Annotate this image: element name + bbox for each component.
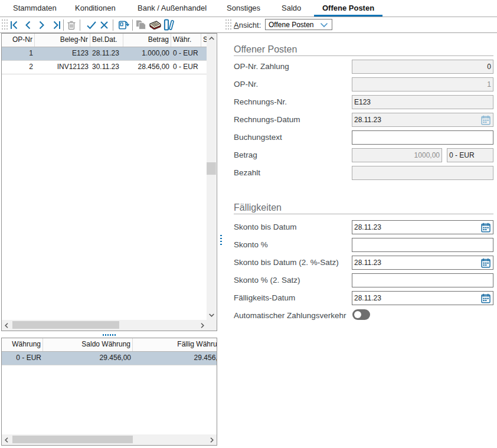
column-header[interactable]: Beleg-Nr xyxy=(35,34,90,47)
bezahlt-field[interactable] xyxy=(352,166,493,180)
f-lligkeits-datum-field[interactable]: 28.11.23 xyxy=(352,291,493,305)
vertical-splitter-handle[interactable] xyxy=(220,235,222,245)
toolbar-separator xyxy=(63,19,64,31)
first-record-button[interactable] xyxy=(8,19,20,31)
table-cell: 1 xyxy=(2,47,35,60)
table-cell: 2 xyxy=(2,61,35,74)
tab-konditionen[interactable]: Konditionen xyxy=(67,0,124,17)
tab-offene-posten[interactable]: Offene Posten xyxy=(314,0,382,17)
column-header[interactable]: Saldo Währung xyxy=(43,338,133,351)
table-cell: 28.456,00 xyxy=(123,61,171,74)
field-label: Skonto bis Datum (2. %-Satz) xyxy=(234,256,339,270)
tab-saldo[interactable]: Saldo xyxy=(273,0,309,17)
view-label: Ansicht: xyxy=(234,19,261,31)
horizontal-scroll-thumb[interactable] xyxy=(12,436,133,443)
toolbar-separator xyxy=(132,19,133,31)
scroll-left-icon[interactable] xyxy=(2,435,11,444)
toolbar: Ansicht: Offene Posten xyxy=(0,17,497,33)
column-header[interactable]: Betrag xyxy=(123,34,171,47)
open-items-vertical-scrollbar[interactable] xyxy=(207,34,216,320)
table-header-row: OP-NrBeleg-NrBel.Dat.BetragWähr.S xyxy=(2,34,207,47)
scroll-left-icon[interactable] xyxy=(2,321,11,330)
scroll-down-icon[interactable] xyxy=(207,310,216,320)
card-index-button[interactable] xyxy=(149,19,161,31)
table-cell: 29.456,00 xyxy=(43,352,133,365)
field-label: Buchungstext xyxy=(234,130,282,145)
previous-record-icon xyxy=(24,21,32,30)
cancel-button[interactable] xyxy=(98,19,110,31)
field-label: Skonto % (2. Satz) xyxy=(234,273,300,287)
skonto-field[interactable] xyxy=(352,238,493,252)
tab-bank-au-enhandel[interactable]: Bank / Außenhandel xyxy=(129,0,215,17)
view-toolbar-drag-handle-icon[interactable] xyxy=(225,19,233,33)
field-value: E123 xyxy=(354,98,371,106)
previous-record-button[interactable] xyxy=(22,19,34,31)
table-cell: 30.11.23 xyxy=(90,61,123,74)
scroll-right-icon[interactable] xyxy=(207,435,217,444)
column-header[interactable]: Bel.Dat. xyxy=(90,34,123,47)
open-items-table: OP-NrBeleg-NrBel.Dat.BetragWähr.S1E12328… xyxy=(2,34,207,320)
view-dropdown[interactable]: Offene Posten xyxy=(265,19,332,30)
field-label: Bezahlt xyxy=(234,166,260,180)
vertical-scroll-thumb[interactable] xyxy=(207,162,216,175)
table-row[interactable]: 2INV1212330.11.2328.456,000 - EUR xyxy=(2,61,207,74)
table-cell: 29.456,00 xyxy=(133,352,217,365)
field-label: OP-Nr. Zahlung xyxy=(234,60,289,74)
scroll-right-icon[interactable] xyxy=(198,321,207,330)
tab-stammdaten[interactable]: Stammdaten xyxy=(5,0,65,17)
copy-button[interactable] xyxy=(135,19,146,31)
card-index-icon xyxy=(149,20,161,30)
first-record-icon xyxy=(10,21,19,30)
confirm-icon xyxy=(86,21,97,30)
rechnungs-nr-field[interactable]: E123 xyxy=(352,95,493,109)
books-button[interactable] xyxy=(163,19,175,31)
section-title: Fälligkeiten xyxy=(234,202,493,214)
last-record-button[interactable] xyxy=(50,19,62,31)
column-header[interactable]: OP-Nr xyxy=(2,34,35,47)
open-items-horizontal-scrollbar[interactable] xyxy=(2,320,207,331)
tab-sonstiges[interactable]: Sonstiges xyxy=(218,0,269,17)
op-nr-zahlung-field[interactable]: 0 xyxy=(352,60,493,74)
toolbar-separator xyxy=(80,19,80,31)
buchungstext-field[interactable] xyxy=(352,130,493,145)
chevron-down-icon xyxy=(320,22,328,28)
field-value: 1000,00 xyxy=(414,151,440,159)
field-label: Skonto bis Datum xyxy=(234,220,297,234)
table-cell: 0 - EUR xyxy=(2,352,43,365)
copy-icon xyxy=(136,20,146,30)
horizontal-scroll-thumb[interactable] xyxy=(12,321,119,329)
table-cell: 1.000,00 xyxy=(123,47,171,60)
column-header[interactable]: Fällig Währung xyxy=(133,338,217,351)
next-record-button[interactable] xyxy=(35,19,47,31)
open-items-panel: OP-NrBeleg-NrBel.Dat.BetragWähr.S1E12328… xyxy=(1,33,217,331)
tab-bar: StammdatenKonditionenBank / AußenhandelS… xyxy=(0,0,497,17)
field-value: 1 xyxy=(487,80,491,89)
op-nr-field[interactable]: 1 xyxy=(352,77,493,91)
field-value: 28.11.23 xyxy=(354,223,381,231)
confirm-button[interactable] xyxy=(86,19,97,31)
horizontal-splitter-handle[interactable] xyxy=(103,334,116,336)
currency-value: 0 - EUR xyxy=(449,151,475,159)
delete-record-button[interactable] xyxy=(66,19,77,31)
skonto-bis-datum-2-satz-field[interactable]: 28.11.23 xyxy=(352,256,493,270)
skonto-bis-datum-field[interactable]: 28.11.23 xyxy=(352,220,493,234)
skonto-2-satz-field[interactable] xyxy=(352,273,493,287)
table-cell: 0 - EUR xyxy=(171,61,201,74)
automatic-payment-toggle[interactable] xyxy=(352,309,370,320)
currency-summary-panel: WährungSaldo WährungFällig Währung0 - EU… xyxy=(1,338,217,446)
table-row[interactable]: 1E12328.11.231.000,000 - EUR xyxy=(2,47,207,61)
next-record-icon xyxy=(38,21,45,30)
toggle-knob xyxy=(354,311,361,318)
currency-table: WährungSaldo WährungFällig Währung0 - EU… xyxy=(2,338,217,434)
scroll-up-icon[interactable] xyxy=(207,34,216,43)
rechnungs-datum-field[interactable]: 28.11.23 xyxy=(352,113,493,127)
column-header[interactable]: Währ. xyxy=(171,34,201,47)
column-header[interactable]: Währung xyxy=(2,338,43,351)
table-row[interactable]: 0 - EUR29.456,0029.456,00 xyxy=(2,352,217,365)
betrag-field[interactable]: 1000,00 xyxy=(352,148,442,162)
currency-horizontal-scrollbar[interactable] xyxy=(2,434,217,445)
currency-field[interactable]: 0 - EUR xyxy=(447,148,493,162)
post-transaction-button[interactable] xyxy=(117,19,129,31)
cancel-icon xyxy=(100,21,109,30)
last-record-icon xyxy=(52,21,61,30)
